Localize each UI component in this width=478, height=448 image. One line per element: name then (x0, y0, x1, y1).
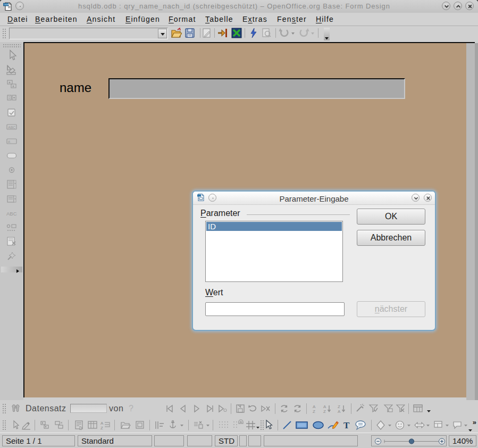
svg-text:Z: Z (338, 404, 340, 409)
svg-text:ODF: ODF (4, 3, 9, 6)
svg-text:Z: Z (313, 409, 315, 414)
svg-text:ABC: ABC (8, 126, 15, 129)
svg-text:A: A (313, 404, 316, 409)
svg-text:Z: Z (100, 426, 103, 430)
svg-text:A: A (338, 409, 341, 414)
svg-text:T: T (343, 420, 350, 430)
svg-text:A: A (100, 421, 104, 426)
svg-text:Z: Z (323, 409, 326, 414)
svg-text:A: A (323, 404, 326, 409)
svg-text:#.: #. (8, 140, 11, 144)
svg-text:ABC: ABC (6, 211, 17, 217)
